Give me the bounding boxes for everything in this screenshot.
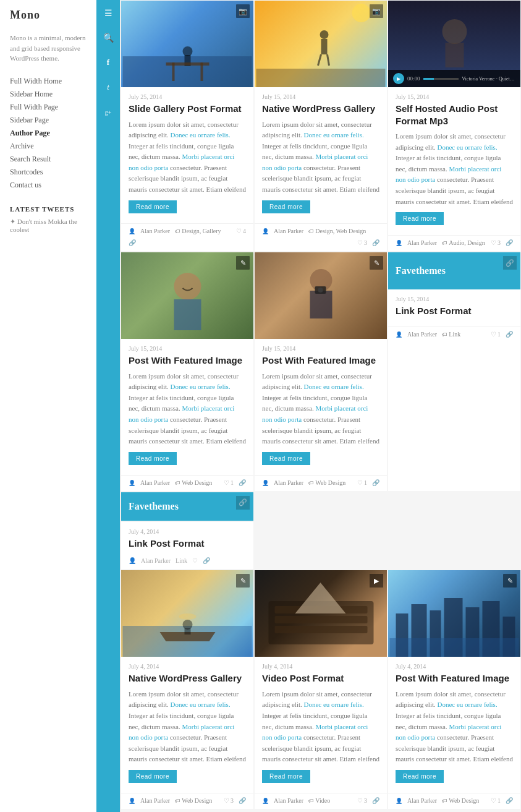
- post-tags: Web Design: [308, 479, 345, 486]
- share-icon: 🔗: [506, 797, 513, 804]
- svg-rect-5: [172, 62, 175, 81]
- sidebar-item-archive[interactable]: Archive: [10, 140, 89, 153]
- post-author: Alan Parker: [274, 797, 303, 804]
- post-title: Slide Gallery Post Format: [129, 103, 246, 115]
- posts-grid: 📷 July 25, 2014 Slide Gallery Post Forma…: [121, 0, 521, 812]
- post-tags: Web Design: [175, 797, 212, 804]
- post-meta: Alan Parker Web Design ♡ 3 🔗: [121, 793, 253, 809]
- post-featured-water: ✎ July 4, 2014 Native WordPress Gallery …: [121, 570, 253, 809]
- post-tags: Design, Gallery: [175, 228, 221, 234]
- svg-rect-8: [256, 69, 386, 87]
- post-tags: Audio, Design: [442, 239, 485, 246]
- main-content: 📷 July 25, 2014 Slide Gallery Post Forma…: [121, 0, 521, 812]
- svg-rect-19: [310, 291, 333, 318]
- search-icon[interactable]: 🔍: [101, 31, 115, 45]
- post-link-format-blue: 🔗 Favethemes July 15, 2014 Link Post For…: [388, 252, 520, 491]
- author-icon: [396, 239, 402, 246]
- post-author: Alan Parker: [407, 239, 437, 246]
- post-date: July 15, 2014: [129, 345, 246, 352]
- post-body: July 4, 2014 Native WordPress Gallery Lo…: [121, 657, 253, 793]
- svg-rect-10: [321, 39, 328, 54]
- pagination: 1 2 3: [121, 810, 521, 812]
- read-more-button[interactable]: Read more: [129, 770, 177, 783]
- post-likes: ♡: [192, 557, 198, 564]
- sidebar-item-author-page[interactable]: Author Page: [10, 127, 89, 140]
- share-icon: 🔗: [506, 331, 513, 338]
- svg-line-12: [328, 54, 329, 66]
- favethemes-card: Favethemes 🔗: [121, 492, 253, 521]
- sidebar-item-search-result[interactable]: Search Result: [10, 153, 89, 166]
- read-more-button[interactable]: Read more: [129, 200, 177, 213]
- post-audio-player: ▶ 00:00 Victoria Verrone - Quiet Night o…: [388, 1, 520, 87]
- sidebar-item-sidebar-page[interactable]: Sidebar Page: [10, 114, 89, 127]
- share-icon: 🔗: [129, 239, 136, 246]
- favethemes-title: Favethemes: [129, 501, 179, 512]
- post-tags: Web Design: [442, 797, 479, 804]
- sidebar-item-sidebar-home[interactable]: Sidebar Home: [10, 88, 89, 101]
- post-tags: Video: [308, 797, 330, 804]
- read-more-button[interactable]: Read more: [262, 452, 310, 465]
- author-icon: [262, 228, 269, 234]
- play-button[interactable]: ▶: [393, 73, 404, 84]
- svg-rect-29: [275, 626, 368, 633]
- post-featured-image-1: ✎ July 15, 2014 Post With Featured Image…: [121, 252, 253, 491]
- post-author: Alan Parker: [274, 479, 303, 486]
- post-excerpt: Lorem ipsum dolor sit amet, consectetur …: [262, 119, 379, 195]
- post-slide-gallery: 📷 July 25, 2014 Slide Gallery Post Forma…: [121, 1, 253, 251]
- read-more-button[interactable]: Read more: [262, 200, 310, 213]
- read-more-button[interactable]: Read more: [396, 212, 444, 225]
- post-date: July 15, 2014: [396, 93, 513, 100]
- post-excerpt: Lorem ipsum dolor sit amet, consectetur …: [262, 371, 379, 447]
- share-icon: 🔗: [372, 479, 379, 486]
- audio-progress-bar[interactable]: [423, 78, 459, 80]
- post-title: Native WordPress Gallery: [129, 672, 246, 685]
- post-title: Self Hosted Audio Post Format Mp3: [396, 103, 513, 127]
- post-image: ✎: [388, 570, 520, 657]
- post-meta: Alan Parker Audio, Design ♡ 3 🔗: [388, 235, 520, 251]
- post-image: 📷: [121, 1, 253, 87]
- post-title: Native WordPress Gallery: [262, 103, 379, 115]
- post-body: July 15, 2014 Link Post Format: [388, 289, 520, 327]
- post-meta: Alan Parker Video ♡ 3 🔗: [255, 793, 387, 809]
- edit-icon: ✎: [236, 256, 250, 270]
- svg-rect-38: [390, 638, 519, 657]
- post-body: July 4, 2014 Video Post Format Lorem ips…: [255, 657, 387, 793]
- post-likes: ♡ 3: [491, 239, 501, 246]
- post-tags: Link: [442, 331, 460, 338]
- read-more-button[interactable]: Read more: [129, 452, 177, 465]
- post-video: ▶ July 4, 2014 Video Post Format Lorem i…: [255, 570, 387, 809]
- post-tags: Link: [176, 557, 187, 564]
- post-author: Alan Parker: [140, 797, 170, 804]
- post-excerpt: Lorem ipsum dolor sit amet, consectetur …: [129, 689, 246, 765]
- read-more-button[interactable]: Read more: [262, 770, 310, 783]
- post-title: Post With Featured Image: [262, 354, 379, 367]
- sidebar-item-full-width-home[interactable]: Full Width Home: [10, 75, 89, 88]
- author-icon: 👤: [129, 557, 136, 564]
- edit-icon: ✎: [370, 256, 383, 270]
- post-date: July 15, 2014: [396, 296, 513, 302]
- post-image: ✎: [121, 570, 253, 657]
- gplus-icon[interactable]: g+: [101, 105, 115, 119]
- post-likes: ♡ 3: [224, 797, 234, 804]
- post-author: Alan Parker: [140, 479, 170, 486]
- share-icon: 🔗: [372, 797, 379, 804]
- link-icon: 🔗: [503, 256, 517, 270]
- sidebar-item-contact[interactable]: Contact us: [10, 179, 89, 192]
- post-link-plain: July 4, 2014 Link Post Format 👤 Alan Par…: [121, 522, 253, 570]
- post-likes: ♡ 1: [224, 479, 234, 486]
- twitter-icon[interactable]: t: [101, 80, 115, 94]
- post-likes: ♡ 1: [491, 331, 501, 338]
- svg-rect-28: [275, 616, 368, 623]
- svg-rect-17: [174, 299, 201, 330]
- post-title: Post With Featured Image: [129, 354, 246, 367]
- post-date: July 4, 2014: [129, 663, 246, 670]
- post-body: July 4, 2014 Post With Featured Image Lo…: [388, 657, 520, 793]
- share-icon: 🔗: [239, 479, 246, 486]
- post-image: ✎: [255, 252, 387, 339]
- sidebar-item-full-width-page[interactable]: Full Width Page: [10, 101, 89, 114]
- menu-icon[interactable]: ☰: [101, 6, 115, 20]
- svg-line-11: [318, 54, 321, 66]
- facebook-icon[interactable]: f: [101, 56, 115, 69]
- read-more-button[interactable]: Read more: [396, 770, 444, 783]
- sidebar-item-shortcodes[interactable]: Shortcodes: [10, 166, 89, 179]
